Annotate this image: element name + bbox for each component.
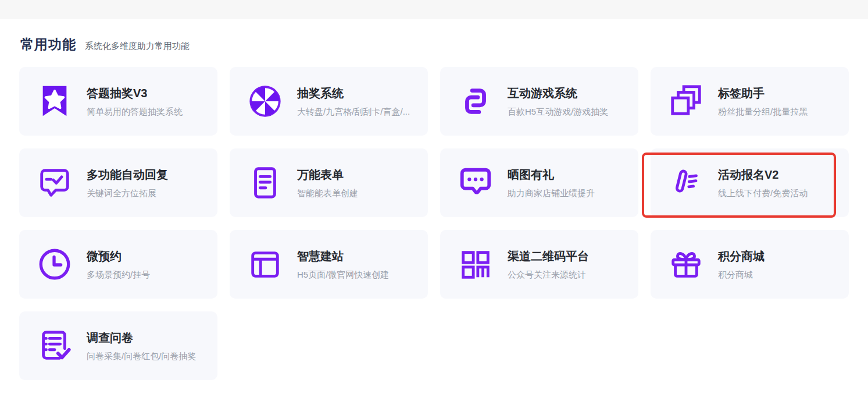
qrcode-icon [458,246,494,282]
reply-bubble-check-icon [37,165,73,201]
card-subtitle: 公众号关注来源统计 [508,270,589,281]
form-lines-icon [247,165,283,201]
page-subtitle: 系统化多维度助力常用功能 [85,41,190,52]
top-strip [0,0,868,19]
card-subtitle: 智能能表单创建 [297,188,358,199]
card-title: 答题抽奖V3 [87,86,183,101]
game-links-icon [458,83,494,119]
card-texts: 晒图有礼 助力商家店铺业绩提升 [508,167,595,199]
chat-dots-icon [458,165,494,201]
page-header: 常用功能 系统化多维度助力常用功能 [20,36,849,54]
card-title: 活动报名V2 [718,167,808,183]
card-subtitle: 简单易用的答题抽奖系统 [87,107,183,118]
feature-card-chat-dots[interactable]: 晒图有礼 助力商家店铺业绩提升 [440,148,638,217]
feature-card-form-lines[interactable]: 万能表单 智能能表单创建 [230,148,428,217]
card-title: 渠道二维码平台 [508,249,589,264]
card-title: 微预约 [87,249,150,264]
bookmark-star-icon [37,83,73,119]
card-subtitle: 积分商城 [718,270,765,281]
feature-card-game-links[interactable]: 互动游戏系统 百款H5互动游戏/游戏抽奖 [440,67,638,136]
feature-card-gift[interactable]: 积分商城 积分商城 [651,230,849,299]
clock-icon [37,246,73,282]
card-title: 调查问卷 [87,330,196,346]
feature-card-bookmark-star[interactable]: 答题抽奖V3 简单易用的答题抽奖系统 [19,67,217,136]
card-texts: 渠道二维码平台 公众号关注来源统计 [508,249,589,281]
card-subtitle: 大转盘/九宫格/刮刮卡/盲盒/... [297,107,410,118]
card-texts: 活动报名V2 线上线下付费/免费活动 [718,167,808,199]
card-title: 晒图有礼 [508,167,595,183]
card-title: 抽奖系统 [297,86,410,101]
card-title: 积分商城 [718,249,765,264]
card-texts: 标签助手 粉丝批量分组/批量拉黑 [718,86,808,118]
feature-card-reply-bubble-check[interactable]: 多功能自动回复 关键词全方位拓展 [19,148,217,217]
feature-card-layered-tags[interactable]: 标签助手 粉丝批量分组/批量拉黑 [651,67,849,136]
feature-card-pen-signup[interactable]: 活动报名V2 线上线下付费/免费活动 [651,148,849,217]
card-title: 多功能自动回复 [87,167,168,183]
feature-card-survey-check[interactable]: 调查问卷 问卷采集/问卷红包/问卷抽奖 [19,311,217,380]
card-title: 万能表单 [297,167,358,183]
card-texts: 万能表单 智能能表单创建 [297,167,358,199]
pen-signup-icon [668,165,704,201]
prize-wheel-icon [247,83,283,119]
card-texts: 多功能自动回复 关键词全方位拓展 [87,167,168,199]
card-subtitle: 多场景预约/挂号 [87,270,150,281]
card-texts: 智慧建站 H5页面/微官网快速创建 [297,249,389,281]
card-subtitle: 百款H5互动游戏/游戏抽奖 [508,107,608,118]
card-texts: 互动游戏系统 百款H5互动游戏/游戏抽奖 [508,86,608,118]
card-texts: 答题抽奖V3 简单易用的答题抽奖系统 [87,86,183,118]
card-texts: 抽奖系统 大转盘/九宫格/刮刮卡/盲盒/... [297,86,410,118]
gift-icon [668,246,704,282]
survey-check-icon [37,328,73,364]
feature-card-qrcode[interactable]: 渠道二维码平台 公众号关注来源统计 [440,230,638,299]
browser-layout-icon [247,246,283,282]
card-texts: 调查问卷 问卷采集/问卷红包/问卷抽奖 [87,330,196,362]
card-title: 智慧建站 [297,249,389,264]
feature-grid: 答题抽奖V3 简单易用的答题抽奖系统 抽奖系统 大转盘/九宫格/刮刮卡/盲盒/.… [19,67,849,380]
card-title: 标签助手 [718,86,808,101]
card-title: 互动游戏系统 [508,86,608,101]
feature-card-prize-wheel[interactable]: 抽奖系统 大转盘/九宫格/刮刮卡/盲盒/... [230,67,428,136]
feature-card-browser-layout[interactable]: 智慧建站 H5页面/微官网快速创建 [230,230,428,299]
card-subtitle: 线上线下付费/免费活动 [718,188,808,199]
layered-tags-icon [668,83,704,119]
card-subtitle: H5页面/微官网快速创建 [297,270,389,281]
main-content: 常用功能 系统化多维度助力常用功能 答题抽奖V3 简单易用的答题抽奖系统 抽奖系… [0,19,868,380]
feature-card-clock[interactable]: 微预约 多场景预约/挂号 [19,230,217,299]
card-texts: 积分商城 积分商城 [718,249,765,281]
card-subtitle: 粉丝批量分组/批量拉黑 [718,107,808,118]
card-texts: 微预约 多场景预约/挂号 [87,249,150,281]
page-title: 常用功能 [20,36,76,54]
card-subtitle: 关键词全方位拓展 [87,188,168,199]
card-subtitle: 助力商家店铺业绩提升 [508,188,595,199]
card-subtitle: 问卷采集/问卷红包/问卷抽奖 [87,351,196,362]
